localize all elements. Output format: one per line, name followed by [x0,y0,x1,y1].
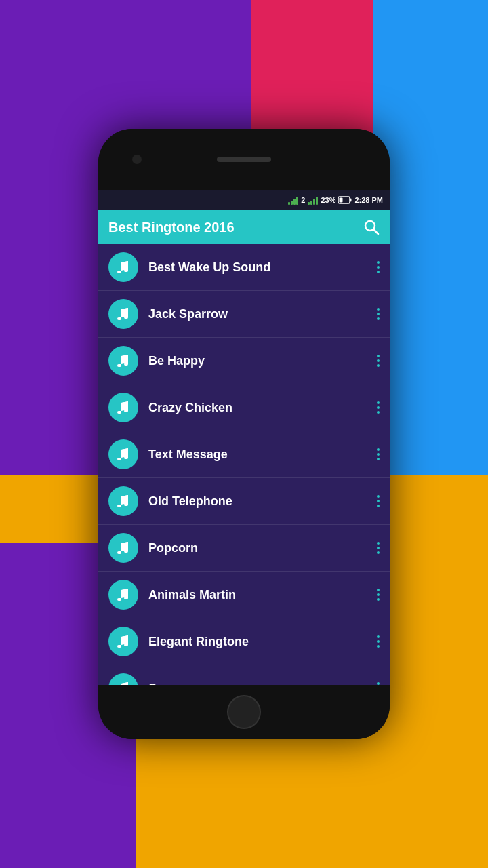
signal-icon-2 [308,195,318,205]
music-note-icon [115,493,131,509]
list-item[interactable]: Animals Martin [98,572,390,618]
dot [377,598,380,601]
ringtone-name: Elegant Ringtone [148,635,377,649]
music-icon-circle [108,533,138,563]
music-icon-circle [108,346,138,376]
signal-bar [316,197,318,205]
music-icon-circle [108,580,138,610]
more-options-icon[interactable] [377,448,380,460]
more-options-icon[interactable] [377,495,380,507]
dot [377,640,380,643]
dot [377,500,380,502]
music-icon-circle [108,627,138,656]
signal-bar [310,201,312,205]
dot [377,635,380,638]
status-time: 2:28 PM [354,196,383,204]
music-note-icon [115,446,131,462]
ringtone-name: Popcorn [148,541,377,555]
music-icon-circle [108,673,138,685]
dot [377,448,380,451]
signal-bar [291,201,293,205]
ringtone-name: Old Telephone [148,494,377,509]
phone-speaker [217,157,271,162]
dot [377,542,380,545]
phone-screen: 2 23% 2:28 PM Best Ringtone 2016 [98,190,390,685]
ringtone-name: Jack Sparrow [148,307,377,321]
list-item[interactable]: Elegant Ringtone [98,618,390,665]
home-button[interactable] [227,695,261,729]
dot [377,308,380,311]
music-icon-circle [108,393,138,422]
signal-bar [296,197,298,205]
svg-line-4 [374,230,379,235]
ringtone-name: Best Wake Up Sound [148,260,377,275]
list-item[interactable]: Crazy Chicken [98,384,390,431]
signal-bar [293,199,296,205]
dot [377,271,380,273]
signal-bar [288,202,290,205]
dot [377,359,380,362]
dot [377,317,380,320]
signal-bar [308,202,310,205]
list-item[interactable]: Jack Sparrow [98,291,390,338]
app-title: Best Ringtone 2016 [108,220,235,235]
list-item[interactable]: Best Wake Up Sound [98,244,390,291]
dot [377,645,380,648]
signal-type: 2 [301,196,305,204]
dot [377,547,380,549]
dot [377,458,380,460]
dot [377,266,380,269]
svg-rect-2 [340,198,343,203]
bg-blue [373,0,488,542]
more-options-icon[interactable] [377,355,380,367]
signal-icon-1 [288,195,298,205]
music-note-icon [115,680,131,685]
ringtone-name: Animals Martin [148,588,377,602]
dot [377,593,380,596]
more-options-icon[interactable] [377,542,380,554]
phone-top-bezel [98,129,390,190]
list-item[interactable]: Old Telephone [98,478,390,525]
music-icon-circle [108,252,138,282]
list-item[interactable]: Popcorn [98,525,390,572]
music-icon-circle [108,299,138,329]
music-note-icon [115,306,131,322]
music-note-icon [115,353,131,369]
dot [377,589,380,591]
dot [377,551,380,554]
dot [377,401,380,404]
more-options-icon[interactable] [377,308,380,320]
ringtone-name: Be Happy [148,354,377,368]
music-note-icon [115,540,131,556]
music-note-icon [115,259,131,275]
more-options-icon[interactable] [377,635,380,648]
dot [377,453,380,456]
more-options-icon[interactable] [377,589,380,601]
battery-percent: 23% [321,196,336,204]
more-options-icon[interactable] [377,401,380,414]
dot [377,505,380,507]
phone-bottom-bezel [98,685,390,739]
more-options-icon[interactable] [377,261,380,273]
svg-rect-1 [350,199,352,202]
music-icon-circle [108,439,138,469]
dot [377,261,380,264]
ringtone-name: Crazy Chicken [148,401,377,415]
dot [377,313,380,315]
music-note-icon [115,399,131,416]
bg-pink [251,0,373,136]
list-item[interactable]: Be Happy [98,338,390,384]
music-icon-circle [108,486,138,516]
search-button[interactable] [363,219,380,235]
list-item[interactable]: Sms [98,665,390,685]
app-toolbar: Best Ringtone 2016 [98,210,390,244]
ringtone-list: Best Wake Up Sound Jack Sparrow [98,244,390,685]
list-item[interactable]: Text Message [98,431,390,478]
music-note-icon [115,587,131,603]
status-bar: 2 23% 2:28 PM [98,190,390,210]
search-icon [363,219,380,235]
phone-camera [132,155,142,164]
dot [377,364,380,367]
dot [377,355,380,357]
battery-icon [338,196,352,204]
